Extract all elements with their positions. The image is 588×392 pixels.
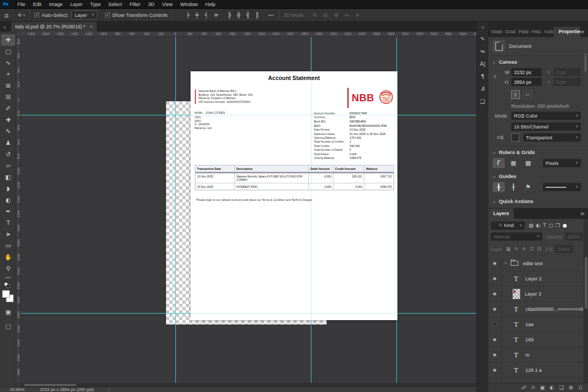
fill-dropdown[interactable]: Transparent∨ bbox=[523, 133, 581, 142]
guide-style-dropdown[interactable]: ∨ bbox=[543, 183, 581, 191]
lock-all-icon[interactable]: Ω bbox=[537, 247, 541, 252]
align-right-icon[interactable]: ╡ bbox=[205, 13, 208, 18]
properties-scrollbar-thumb[interactable] bbox=[584, 53, 587, 72]
lock-guides-icon[interactable]: ╂ bbox=[507, 182, 519, 192]
visibility-toggle[interactable]: ◉ bbox=[488, 302, 501, 317]
layer-mask-icon[interactable]: ▣ bbox=[540, 385, 545, 390]
tab-properties[interactable]: Properties bbox=[554, 27, 580, 37]
paragraph-panel-icon[interactable]: ¶ bbox=[481, 74, 484, 79]
distribute-gaps-icon[interactable]: ║ bbox=[255, 13, 259, 18]
new-group-icon[interactable]: ❏ bbox=[559, 385, 564, 390]
menu-help[interactable]: Help bbox=[201, 0, 219, 9]
tool-move[interactable]: ✛ bbox=[1, 34, 15, 46]
tool-path-selection[interactable]: ➤ bbox=[1, 229, 15, 240]
zoom-level-field[interactable]: 20.66% bbox=[10, 387, 24, 392]
tool-preset-caret-icon[interactable]: ∨ bbox=[23, 14, 25, 17]
tab-history[interactable]: Histo bbox=[529, 27, 541, 37]
layer-row[interactable]: ◉T169 bbox=[488, 332, 584, 347]
menu-view[interactable]: View bbox=[158, 0, 176, 9]
section-canvas[interactable]: ∨Canvas bbox=[493, 59, 517, 65]
visibility-toggle[interactable]: ◉ bbox=[488, 256, 501, 271]
expand-panels-icon[interactable]: « bbox=[477, 25, 488, 30]
tool-dodge[interactable]: ◐ bbox=[1, 194, 15, 206]
visibility-toggle[interactable]: ◉ bbox=[488, 332, 501, 347]
distribute-left-icon[interactable]: ╠ bbox=[228, 13, 231, 18]
section-quick-actions[interactable]: ∨Quick Actions bbox=[493, 198, 534, 204]
y-field[interactable]: 0 px bbox=[554, 78, 581, 86]
menu-select[interactable]: Select bbox=[105, 0, 126, 9]
align-left-icon[interactable]: ╞ bbox=[186, 13, 189, 18]
collapse-chevron-icon[interactable]: » bbox=[3, 25, 7, 30]
color-mode-dropdown[interactable]: RGB Color∨ bbox=[511, 112, 581, 120]
panel-menu-icon[interactable]: ≡ bbox=[580, 211, 585, 219]
link-layers-icon[interactable]: ☍ bbox=[522, 385, 527, 390]
menu-window[interactable]: Window bbox=[176, 0, 201, 9]
width-field[interactable]: 2232 px bbox=[511, 68, 542, 76]
menu-type[interactable]: Type bbox=[87, 0, 105, 9]
filter-toggle-icon[interactable]: ● bbox=[562, 223, 567, 228]
slide-3d-icon[interactable]: ⇔ bbox=[345, 13, 349, 18]
opacity-field[interactable]: 100% bbox=[565, 232, 583, 241]
filter-kind-dropdown[interactable]: ⚲ Kind ∨ bbox=[491, 222, 525, 230]
layer-row[interactable]: ◉Tm bbox=[488, 347, 584, 363]
tool-rectangular-marquee[interactable]: ▢ bbox=[1, 46, 15, 57]
more-options-icon[interactable]: ••• bbox=[268, 13, 274, 17]
screen-mode-icon[interactable]: ▢ bbox=[1, 321, 15, 332]
layer-row[interactable]: ◉∨edite text bbox=[488, 256, 584, 271]
visibility-toggle[interactable]: ◉ bbox=[488, 378, 501, 383]
tool-hand[interactable]: ✋ bbox=[1, 252, 15, 263]
blend-mode-dropdown[interactable]: Normal∨ bbox=[491, 232, 542, 241]
portrait-orientation-icon[interactable]: ▯ bbox=[511, 90, 520, 99]
quick-mask-icon[interactable]: ▣ bbox=[1, 307, 15, 317]
toggle-rulers-icon[interactable]: Γ bbox=[493, 158, 505, 168]
tool-history-brush[interactable]: ↺ bbox=[1, 149, 15, 160]
tool-eraser[interactable]: ▱ bbox=[1, 160, 15, 171]
show-transform-checkbox[interactable]: ✓ bbox=[105, 13, 110, 17]
filter-type-layers-icon[interactable]: T bbox=[543, 223, 546, 228]
layer-row[interactable]: ◉TLayer 2 bbox=[488, 271, 584, 286]
link-dimensions-icon[interactable]: ∞ bbox=[492, 75, 498, 79]
document-tab[interactable]: Italy id.psd @ 20.7% (RGB/16) * × bbox=[11, 22, 97, 32]
tool-gradient[interactable]: ◧ bbox=[1, 171, 15, 183]
tool-zoom[interactable]: ⚲ bbox=[1, 263, 15, 274]
glyphs-panel-icon[interactable]: 𝐴 bbox=[481, 87, 485, 92]
landscape-orientation-icon[interactable]: ▭ bbox=[523, 90, 532, 99]
tab-swatches[interactable]: Swatc bbox=[488, 27, 503, 37]
home-icon[interactable]: ⌂ bbox=[4, 12, 9, 19]
lock-pixels-icon[interactable]: ✎ bbox=[514, 247, 518, 252]
panel-menu-icon[interactable]: ≡ bbox=[580, 29, 585, 37]
color-swatches[interactable] bbox=[2, 290, 14, 303]
section-guides[interactable]: ∨Guides bbox=[493, 173, 516, 179]
visibility-toggle[interactable]: ◉ bbox=[488, 271, 501, 286]
menu-filter[interactable]: Filter bbox=[126, 0, 144, 9]
menu-3d[interactable]: 3D bbox=[144, 0, 158, 9]
tool-brush[interactable]: ✎ bbox=[1, 126, 15, 137]
bit-depth-dropdown[interactable]: 16 Bits/Channel∨ bbox=[511, 122, 581, 131]
visibility-toggle[interactable]: ◉ bbox=[488, 363, 501, 378]
tab-gradients[interactable]: Gradi bbox=[503, 27, 516, 37]
toggle-guides-icon[interactable]: ╂ bbox=[493, 182, 505, 192]
lock-artboard-icon[interactable]: ⊡ bbox=[530, 247, 534, 252]
group-caret-icon[interactable]: ∨ bbox=[504, 261, 507, 265]
tool-pen[interactable]: ✒ bbox=[1, 206, 15, 217]
layers-scrollbar[interactable] bbox=[584, 219, 588, 383]
visibility-toggle[interactable]: ◉ bbox=[488, 286, 501, 302]
tool-type[interactable]: T bbox=[1, 217, 15, 229]
menu-edit[interactable]: Edit bbox=[29, 0, 46, 9]
layer-effects-icon[interactable]: fx bbox=[531, 385, 535, 390]
new-layer-icon[interactable]: ⊞ bbox=[569, 385, 573, 390]
move-tool-icon[interactable]: ✛ bbox=[17, 13, 22, 18]
layer-fill-field[interactable]: 100% bbox=[555, 245, 573, 253]
adjustment-layer-icon[interactable]: ◐ bbox=[550, 385, 554, 390]
tab-actions[interactable]: Actio bbox=[541, 27, 554, 37]
tool-object-selection[interactable]: ⌖ bbox=[1, 69, 15, 80]
height-field[interactable]: 2854 px bbox=[511, 78, 542, 86]
ruler-units-dropdown[interactable]: Pixels∨ bbox=[543, 159, 581, 167]
distribute-right-icon[interactable]: ╣ bbox=[246, 13, 249, 18]
auto-select-target-dropdown[interactable]: Layer∨ bbox=[71, 10, 97, 20]
distribute-center-icon[interactable]: ╬ bbox=[237, 13, 240, 18]
scale-3d-icon[interactable]: ✛ bbox=[355, 13, 359, 18]
filter-smart-objects-icon[interactable]: ❒ bbox=[555, 223, 560, 228]
layer-row[interactable]: T1aa bbox=[488, 317, 584, 332]
layer-row[interactable]: ◉T01.01.1990 bbox=[488, 378, 584, 383]
